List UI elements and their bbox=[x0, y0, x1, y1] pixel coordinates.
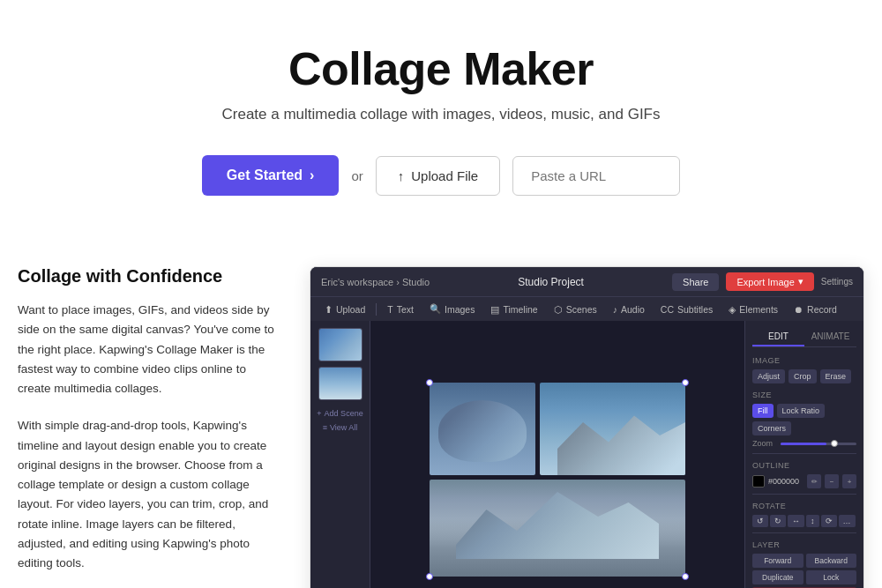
flip-v-button[interactable]: ↕ bbox=[806, 515, 819, 527]
minus-icon-button[interactable]: − bbox=[825, 474, 839, 488]
upload-file-button[interactable]: ↑ Upload File bbox=[376, 156, 500, 196]
corners-row: Corners bbox=[752, 421, 856, 435]
export-button[interactable]: Export Image ▾ bbox=[726, 272, 813, 291]
canvas-image-top-right[interactable] bbox=[540, 383, 685, 475]
toolbar-audio[interactable]: ♪ Audio bbox=[606, 301, 652, 317]
toolbar-text[interactable]: T Text bbox=[380, 301, 421, 317]
export-chevron-icon: ▾ bbox=[798, 276, 804, 287]
erase-button[interactable]: Erase bbox=[820, 369, 852, 383]
studio-canvas[interactable] bbox=[370, 321, 744, 588]
audio-icon: ♪ bbox=[613, 304, 617, 315]
lock-ratio-button[interactable]: Lock Ratio bbox=[777, 404, 826, 418]
images-icon: 🔍 bbox=[430, 303, 441, 315]
forward-button[interactable]: Forward bbox=[752, 554, 804, 568]
rotate-ccw-button[interactable]: ↺ bbox=[752, 515, 768, 527]
size-buttons-row: Fill Lock Ratio bbox=[752, 404, 856, 418]
panel-tabs: EDIT ANIMATE bbox=[752, 328, 856, 347]
studio-project-title: Studio Project bbox=[518, 276, 584, 288]
zoom-label: Zoom bbox=[752, 439, 777, 448]
pencil-icon-button[interactable]: ✏ bbox=[807, 474, 821, 488]
handle-bottom-left[interactable] bbox=[426, 573, 433, 580]
image-buttons-row: Adjust Crop Erase bbox=[752, 369, 856, 383]
toolbar-elements[interactable]: ◈ Elements bbox=[721, 301, 785, 317]
studio-scenes-panel: + Add Scene ≡ View All bbox=[310, 321, 370, 588]
layer-row-1: Forward Backward bbox=[752, 554, 856, 568]
handle-bottom-right[interactable] bbox=[682, 573, 689, 580]
studio-main: + Add Scene ≡ View All bbox=[310, 321, 863, 588]
timeline-icon: ▤ bbox=[490, 304, 499, 315]
toolbar-images[interactable]: 🔍 Images bbox=[422, 301, 482, 317]
or-separator: or bbox=[351, 168, 363, 183]
backward-button[interactable]: Backward bbox=[806, 554, 857, 568]
scenes-icon: ⬡ bbox=[554, 304, 563, 315]
url-input[interactable] bbox=[512, 156, 680, 196]
export-label: Export Image bbox=[736, 277, 794, 287]
studio-toolbar: ⬆ Upload T Text 🔍 Images ▤ Timeline ⬡ Sc… bbox=[310, 296, 863, 321]
layer-section-label: LAYER bbox=[752, 540, 856, 549]
lock-button[interactable]: Lock bbox=[806, 570, 857, 584]
canvas-image-bottom[interactable] bbox=[430, 480, 685, 577]
upload-toolbar-icon: ⬆ bbox=[325, 304, 333, 315]
share-button[interactable]: Share bbox=[672, 273, 719, 291]
zoom-slider-row: Zoom bbox=[752, 439, 856, 448]
view-all-button[interactable]: ≡ View All bbox=[323, 423, 358, 432]
outline-color-swatch[interactable] bbox=[752, 475, 765, 488]
toolbar-record[interactable]: ⏺ Record bbox=[787, 301, 844, 317]
hero-section: Collage Maker Create a multimedia collag… bbox=[0, 0, 882, 266]
reset-button[interactable]: ⟳ bbox=[821, 515, 837, 527]
thumbnail-image-1 bbox=[319, 329, 362, 361]
image-section-label: IMAGE bbox=[752, 356, 856, 365]
zoom-slider[interactable] bbox=[781, 443, 856, 445]
zoom-thumb[interactable] bbox=[831, 440, 838, 447]
rotate-cw-button[interactable]: ↻ bbox=[770, 515, 786, 527]
add-scene-button[interactable]: + Add Scene bbox=[317, 409, 363, 418]
cta-row: Get Started › or ↑ Upload File bbox=[18, 155, 864, 196]
toolbar-upload[interactable]: ⬆ Upload bbox=[318, 301, 372, 317]
panel-divider-2 bbox=[752, 494, 856, 495]
more-button[interactable]: … bbox=[839, 515, 856, 527]
studio-right-panel: EDIT ANIMATE IMAGE Adjust Crop Erase SIZ… bbox=[744, 321, 863, 588]
settings-label[interactable]: Settings bbox=[821, 277, 853, 287]
upload-arrow-icon: ↑ bbox=[398, 168, 405, 183]
fill-button[interactable]: Fill bbox=[752, 404, 774, 418]
zoom-fill bbox=[781, 443, 826, 445]
toolbar-scenes[interactable]: ⬡ Scenes bbox=[547, 301, 604, 317]
duplicate-button[interactable]: Duplicate bbox=[752, 570, 804, 584]
canvas-image-top-left[interactable] bbox=[430, 383, 535, 475]
toolbar-timeline[interactable]: ▤ Timeline bbox=[483, 301, 544, 317]
paragraph-2: With simple drag-and-drop tools, Kapwing… bbox=[18, 416, 278, 573]
crop-button[interactable]: Crop bbox=[789, 369, 817, 383]
plus-icon-button[interactable]: + bbox=[842, 474, 856, 488]
outline-section-label: OUTLINE bbox=[752, 461, 856, 470]
content-section: Collage with Confidence Want to place im… bbox=[0, 266, 882, 588]
corners-button[interactable]: Corners bbox=[752, 421, 791, 435]
paragraph-1: Want to place images, GIFs, and videos s… bbox=[18, 301, 278, 398]
handle-top-left[interactable] bbox=[426, 379, 433, 386]
canvas-content bbox=[430, 383, 685, 577]
plus-icon: + bbox=[317, 409, 321, 418]
rotate-section-label: ROTATE bbox=[752, 502, 856, 510]
scene-thumbnail-2[interactable] bbox=[318, 367, 363, 400]
get-started-label: Get Started bbox=[227, 167, 303, 183]
studio-screenshot: Eric's workspace › Studio Studio Project… bbox=[310, 266, 864, 588]
page-title: Collage Maker bbox=[18, 42, 864, 95]
panel-divider-1 bbox=[752, 453, 856, 454]
adjust-button[interactable]: Adjust bbox=[752, 369, 785, 383]
rotate-buttons: ↺ ↻ ↔ ↕ ⟳ … bbox=[752, 515, 856, 527]
hero-subtitle: Create a multimedia collage with images,… bbox=[18, 106, 864, 123]
flip-h-button[interactable]: ↔ bbox=[788, 515, 804, 527]
handle-top-right[interactable] bbox=[682, 379, 689, 386]
section-heading: Collage with Confidence bbox=[18, 266, 278, 287]
left-text-panel: Collage with Confidence Want to place im… bbox=[18, 266, 278, 588]
subtitles-icon: CC bbox=[661, 304, 674, 315]
size-section-label: SIZE bbox=[752, 391, 856, 399]
tab-animate[interactable]: ANIMATE bbox=[804, 328, 856, 346]
outline-color-value: #000000 bbox=[768, 477, 804, 486]
toolbar-subtitles[interactable]: CC Subtitles bbox=[654, 301, 720, 317]
record-icon: ⏺ bbox=[794, 304, 804, 315]
get-started-button[interactable]: Get Started › bbox=[202, 155, 340, 196]
scene-thumbnail-1[interactable] bbox=[318, 328, 363, 361]
tab-edit[interactable]: EDIT bbox=[752, 328, 804, 346]
text-icon: T bbox=[387, 304, 392, 315]
chevron-right-icon: › bbox=[310, 167, 314, 183]
